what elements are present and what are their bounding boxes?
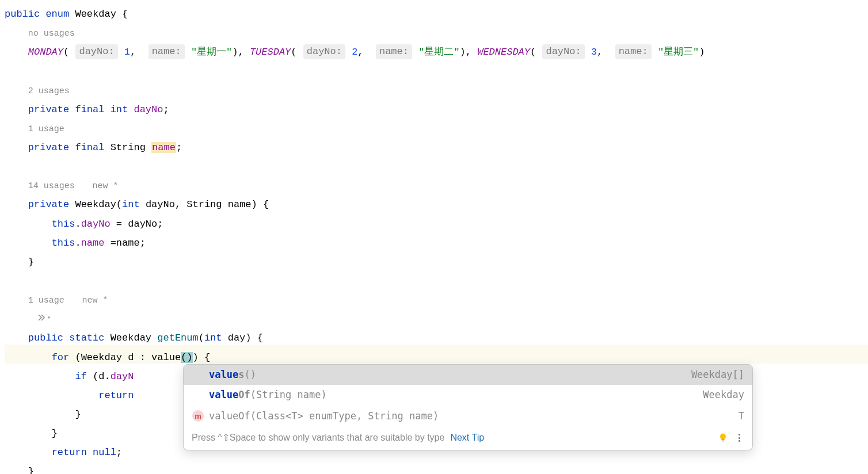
code-line[interactable]: }: [5, 462, 868, 474]
usage-hint[interactable]: 2 usages: [5, 81, 868, 100]
usage-hint[interactable]: 1 usage: [5, 119, 868, 138]
param-hint: dayNo:: [75, 44, 117, 59]
usage-hint[interactable]: no usages: [5, 24, 868, 43]
svg-rect-1: [722, 439, 725, 440]
code-line[interactable]: private Weekday(int dayNo, String name) …: [5, 195, 868, 214]
svg-rect-2: [722, 441, 724, 441]
autocomplete-item[interactable]: valueOf(String name) Weekday: [184, 385, 752, 405]
param-hint: name:: [149, 44, 185, 59]
more-options-icon[interactable]: [734, 433, 744, 443]
param-hint: dayNo:: [542, 44, 584, 59]
identifier-highlight: name: [151, 142, 176, 153]
code-line[interactable]: this.dayNo = dayNo;: [5, 215, 868, 234]
usage-hint[interactable]: 14 usages new *: [5, 176, 868, 195]
autocomplete-popup: values() Weekday[] valueOf(String name) …: [183, 364, 753, 450]
param-hint: name:: [615, 44, 652, 59]
caret-paren-highlight: (): [181, 352, 192, 363]
code-editor[interactable]: public enum Weekday { no usages MONDAY( …: [5, 5, 868, 474]
method-badge-icon: m: [192, 410, 204, 422]
footer-hint-text: Press ^⇧Space to show only variants that…: [192, 433, 444, 442]
param-hint: name:: [376, 44, 412, 59]
code-line[interactable]: MONDAY( dayNo: 1, name: "星期一"), TUESDAY(…: [5, 43, 868, 62]
recursive-call-gutter-icon[interactable]: ▾: [37, 312, 51, 323]
code-line[interactable]: private final String name;: [5, 138, 868, 157]
code-line[interactable]: public static Weekday getEnum(int day) {: [5, 328, 868, 347]
bulb-icon[interactable]: [718, 433, 728, 443]
code-line[interactable]: private final int dayNo;: [5, 100, 868, 119]
popup-footer: Press ^⇧Space to show only variants that…: [184, 427, 752, 450]
code-line[interactable]: this.name =name;: [5, 234, 868, 253]
autocomplete-item[interactable]: values() Weekday[]: [184, 365, 752, 385]
next-tip-link[interactable]: Next Tip: [450, 433, 484, 442]
svg-point-0: [720, 434, 726, 440]
code-line[interactable]: }: [5, 253, 868, 272]
code-line[interactable]: public enum Weekday {: [5, 5, 868, 24]
param-hint: dayNo:: [303, 44, 345, 59]
autocomplete-item[interactable]: m valueOf(Class<T> enumType, String name…: [184, 405, 752, 427]
usage-hint[interactable]: 1 usage new *: [5, 290, 868, 309]
